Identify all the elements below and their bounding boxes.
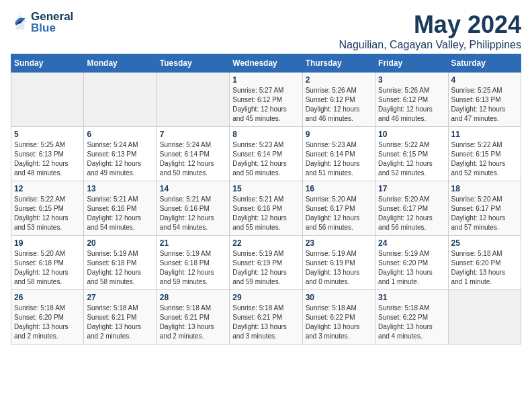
day-number: 7 [160, 130, 226, 139]
day-number: 14 [160, 184, 226, 193]
week-row-3: 12Sunrise: 5:22 AM Sunset: 6:15 PM Dayli… [11, 181, 521, 236]
day-number: 11 [451, 130, 518, 139]
day-info: Sunrise: 5:21 AM Sunset: 6:16 PM Dayligh… [232, 195, 299, 232]
logo-name: General Blue [31, 11, 73, 34]
calendar-cell: 13Sunrise: 5:21 AM Sunset: 6:16 PM Dayli… [84, 181, 157, 236]
page-header: General Blue May 2024 Naguilian, Cagayan… [11, 11, 521, 51]
day-info: Sunrise: 5:19 AM Sunset: 6:19 PM Dayligh… [306, 249, 372, 287]
day-info: Sunrise: 5:18 AM Sunset: 6:22 PM Dayligh… [378, 304, 445, 341]
day-info: Sunrise: 5:20 AM Sunset: 6:18 PM Dayligh… [14, 249, 81, 287]
calendar-cell [84, 73, 157, 127]
day-number: 29 [232, 293, 299, 302]
calendar-cell: 4Sunrise: 5:25 AM Sunset: 6:13 PM Daylig… [448, 73, 521, 127]
calendar-cell: 19Sunrise: 5:20 AM Sunset: 6:18 PM Dayli… [11, 236, 84, 290]
day-info: Sunrise: 5:22 AM Sunset: 6:15 PM Dayligh… [451, 140, 518, 178]
calendar-cell: 7Sunrise: 5:24 AM Sunset: 6:14 PM Daylig… [157, 127, 229, 181]
day-info: Sunrise: 5:19 AM Sunset: 6:18 PM Dayligh… [160, 249, 226, 287]
week-row-5: 26Sunrise: 5:18 AM Sunset: 6:20 PM Dayli… [11, 290, 521, 345]
day-number: 20 [87, 238, 153, 248]
day-info: Sunrise: 5:26 AM Sunset: 6:12 PM Dayligh… [306, 86, 372, 124]
calendar-cell [448, 290, 521, 345]
calendar-cell: 6Sunrise: 5:24 AM Sunset: 6:13 PM Daylig… [84, 127, 157, 181]
subtitle: Naguilian, Cagayan Valley, Philippines [339, 39, 521, 51]
day-number: 12 [14, 184, 81, 193]
day-number: 30 [306, 293, 372, 302]
day-info: Sunrise: 5:23 AM Sunset: 6:14 PM Dayligh… [306, 140, 372, 178]
calendar-cell: 14Sunrise: 5:21 AM Sunset: 6:16 PM Dayli… [157, 181, 229, 236]
day-number: 23 [306, 238, 372, 248]
calendar-cell: 9Sunrise: 5:23 AM Sunset: 6:14 PM Daylig… [302, 127, 375, 181]
day-number: 9 [306, 130, 372, 139]
day-info: Sunrise: 5:24 AM Sunset: 6:14 PM Dayligh… [160, 140, 226, 178]
day-info: Sunrise: 5:20 AM Sunset: 6:17 PM Dayligh… [306, 195, 372, 232]
day-number: 6 [87, 130, 153, 139]
calendar-cell: 21Sunrise: 5:19 AM Sunset: 6:18 PM Dayli… [157, 236, 229, 290]
calendar-cell: 1Sunrise: 5:27 AM Sunset: 6:12 PM Daylig… [230, 73, 302, 127]
day-info: Sunrise: 5:21 AM Sunset: 6:16 PM Dayligh… [160, 195, 226, 232]
day-number: 16 [306, 184, 372, 193]
week-row-1: 1Sunrise: 5:27 AM Sunset: 6:12 PM Daylig… [11, 73, 521, 127]
day-info: Sunrise: 5:25 AM Sunset: 6:13 PM Dayligh… [451, 86, 518, 124]
day-number: 4 [451, 75, 518, 85]
day-info: Sunrise: 5:19 AM Sunset: 6:19 PM Dayligh… [232, 249, 299, 287]
calendar-cell: 17Sunrise: 5:20 AM Sunset: 6:17 PM Dayli… [375, 181, 448, 236]
day-info: Sunrise: 5:27 AM Sunset: 6:12 PM Dayligh… [232, 86, 299, 124]
day-info: Sunrise: 5:18 AM Sunset: 6:22 PM Dayligh… [306, 304, 372, 341]
calendar-cell: 15Sunrise: 5:21 AM Sunset: 6:16 PM Dayli… [230, 181, 302, 236]
calendar-cell [157, 73, 229, 127]
calendar-cell: 23Sunrise: 5:19 AM Sunset: 6:19 PM Dayli… [302, 236, 375, 290]
day-info: Sunrise: 5:18 AM Sunset: 6:21 PM Dayligh… [232, 304, 299, 341]
calendar-cell: 31Sunrise: 5:18 AM Sunset: 6:22 PM Dayli… [375, 290, 448, 345]
day-info: Sunrise: 5:20 AM Sunset: 6:17 PM Dayligh… [378, 195, 445, 232]
day-number: 5 [14, 130, 81, 139]
day-info: Sunrise: 5:19 AM Sunset: 6:18 PM Dayligh… [87, 249, 153, 287]
day-number: 25 [451, 238, 518, 248]
calendar-cell: 26Sunrise: 5:18 AM Sunset: 6:20 PM Dayli… [11, 290, 84, 345]
header-tuesday: Tuesday [157, 54, 229, 73]
day-number: 18 [451, 184, 518, 193]
header-wednesday: Wednesday [230, 54, 302, 73]
day-number: 22 [232, 238, 299, 248]
day-number: 27 [87, 293, 153, 302]
day-info: Sunrise: 5:18 AM Sunset: 6:20 PM Dayligh… [451, 249, 518, 287]
day-number: 19 [14, 238, 81, 248]
calendar-cell: 10Sunrise: 5:22 AM Sunset: 6:15 PM Dayli… [375, 127, 448, 181]
title-section: May 2024 Naguilian, Cagayan Valley, Phil… [339, 11, 521, 51]
logo-blue-text: Blue [31, 22, 73, 34]
day-info: Sunrise: 5:19 AM Sunset: 6:20 PM Dayligh… [378, 249, 445, 287]
calendar-cell: 22Sunrise: 5:19 AM Sunset: 6:19 PM Dayli… [230, 236, 302, 290]
day-info: Sunrise: 5:22 AM Sunset: 6:15 PM Dayligh… [14, 195, 81, 232]
header-friday: Friday [375, 54, 448, 73]
day-number: 13 [87, 184, 153, 193]
header-saturday: Saturday [448, 54, 521, 73]
header-sunday: Sunday [11, 54, 84, 73]
day-info: Sunrise: 5:24 AM Sunset: 6:13 PM Dayligh… [87, 140, 153, 178]
day-number: 15 [232, 184, 299, 193]
calendar-cell: 8Sunrise: 5:23 AM Sunset: 6:14 PM Daylig… [230, 127, 302, 181]
day-number: 1 [232, 75, 299, 85]
header-monday: Monday [84, 54, 157, 73]
logo-general-text: General [31, 11, 73, 22]
day-info: Sunrise: 5:21 AM Sunset: 6:16 PM Dayligh… [87, 195, 153, 232]
week-row-4: 19Sunrise: 5:20 AM Sunset: 6:18 PM Dayli… [11, 236, 521, 290]
header-row: SundayMondayTuesdayWednesdayThursdayFrid… [11, 54, 521, 73]
day-number: 28 [160, 293, 226, 302]
day-info: Sunrise: 5:18 AM Sunset: 6:20 PM Dayligh… [14, 304, 81, 341]
day-number: 2 [306, 75, 372, 85]
calendar-cell: 3Sunrise: 5:26 AM Sunset: 6:12 PM Daylig… [375, 73, 448, 127]
calendar-cell: 16Sunrise: 5:20 AM Sunset: 6:17 PM Dayli… [302, 181, 375, 236]
calendar-cell: 30Sunrise: 5:18 AM Sunset: 6:22 PM Dayli… [302, 290, 375, 345]
day-info: Sunrise: 5:26 AM Sunset: 6:12 PM Dayligh… [378, 86, 445, 124]
day-number: 3 [378, 75, 445, 85]
logo: General Blue [11, 11, 73, 34]
day-number: 24 [378, 238, 445, 248]
day-number: 21 [160, 238, 226, 248]
day-number: 31 [378, 293, 445, 302]
calendar-cell: 28Sunrise: 5:18 AM Sunset: 6:21 PM Dayli… [157, 290, 229, 345]
week-row-2: 5Sunrise: 5:25 AM Sunset: 6:13 PM Daylig… [11, 127, 521, 181]
day-number: 8 [232, 130, 299, 139]
day-info: Sunrise: 5:23 AM Sunset: 6:14 PM Dayligh… [232, 140, 299, 178]
calendar-cell: 2Sunrise: 5:26 AM Sunset: 6:12 PM Daylig… [302, 73, 375, 127]
main-title: May 2024 [339, 11, 521, 39]
day-info: Sunrise: 5:22 AM Sunset: 6:15 PM Dayligh… [378, 140, 445, 178]
